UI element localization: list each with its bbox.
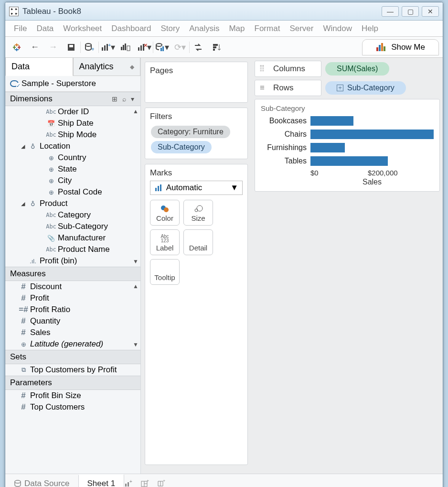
svg-rect-3 [15, 49, 19, 50]
duplicate-worksheet-button[interactable] [118, 40, 133, 55]
sort-asc-button[interactable] [209, 40, 224, 55]
field-discount[interactable]: #Discount [5, 281, 140, 292]
marks-tooltip-label: Tooltip [154, 273, 175, 281]
rows-shelf[interactable]: ≡ Rows [255, 80, 321, 96]
field-category[interactable]: AbcCategory [5, 209, 140, 221]
marks-color-button[interactable]: Color [150, 200, 180, 226]
field-manufacturer[interactable]: 📎Manufacturer [5, 232, 140, 244]
svg-point-38 [164, 207, 169, 212]
back-button[interactable]: ← [27, 40, 43, 55]
new-datasource-button[interactable]: + [82, 40, 97, 55]
field-quantity[interactable]: #Quantity [5, 315, 140, 327]
svg-text:+: + [163, 480, 165, 483]
rows-pill-subcategory[interactable]: + Sub-Category [325, 81, 406, 95]
columns-shelf[interactable]: ⦙⦙⦙ Columns [255, 61, 321, 77]
field-location[interactable]: ◢♁Location [5, 141, 140, 152]
field-latitude-generated-[interactable]: ⊕Latitude (generated) [5, 338, 140, 350]
tab-data[interactable]: Data [5, 58, 73, 76]
rows-label: Rows [273, 83, 294, 93]
refresh-button[interactable]: ⟳▾ [172, 40, 188, 55]
new-worksheet-button[interactable]: +▾ [100, 40, 115, 55]
new-dashboard-icon[interactable]: + [140, 480, 157, 487]
menu-format[interactable]: Format [250, 22, 285, 35]
menu-map[interactable]: Map [224, 22, 249, 35]
marks-tooltip-button[interactable]: Tooltip [150, 259, 180, 285]
field-ship-date[interactable]: 📅Ship Date [5, 118, 140, 129]
bar[interactable] [310, 143, 345, 152]
sheet-tab-1[interactable]: Sheet 1 [79, 474, 125, 487]
save-button[interactable] [64, 40, 79, 55]
show-me-button[interactable]: Show Me [362, 39, 439, 55]
bar[interactable] [310, 130, 434, 139]
field-postal-code[interactable]: ⊕Postal Code [5, 186, 140, 198]
svg-point-24 [156, 43, 162, 46]
auto-update-button[interactable]: ▾ [154, 40, 170, 55]
axis-tick: $0 [310, 169, 368, 177]
scroll-up-icon[interactable]: ▲ [133, 108, 139, 115]
pages-card[interactable]: Pages [145, 62, 248, 103]
datasource-tab[interactable]: Data Source [5, 475, 79, 487]
field-order-id[interactable]: AbcOrder ID [5, 106, 140, 118]
columns-pill-label: SUM(Sales) [337, 65, 378, 73]
field-label: Top Customers [30, 402, 85, 412]
marks-size-button[interactable]: Size [183, 200, 213, 226]
field-state[interactable]: ⊕State [5, 163, 140, 175]
expand-icon: + [337, 85, 343, 91]
parameters-tree: #Profit Bin Size#Top Customers [5, 390, 140, 413]
marks-label-button[interactable]: Abc123 Label [150, 229, 180, 255]
titlebar: Tableau - Book8 — ▢ ✕ [5, 2, 443, 21]
menu-worksheet[interactable]: Worksheet [58, 22, 107, 35]
field-label: Sub-Category [58, 222, 108, 231]
menu-dashboard[interactable]: Dashboard [107, 22, 156, 35]
field-top-customers-by-profit[interactable]: ⧉Top Customers by Profit [5, 364, 140, 376]
field-top-customers[interactable]: #Top Customers [5, 401, 140, 413]
marks-type-select[interactable]: Automatic ▼ [150, 181, 243, 195]
field-country[interactable]: ⊕Country [5, 152, 140, 163]
field-city[interactable]: ⊕City [5, 175, 140, 186]
scroll-down-icon[interactable]: ▼ [133, 258, 139, 265]
datasource-label: Sample - Superstore [21, 79, 96, 88]
bar-icon [154, 184, 164, 192]
swap-button[interactable] [191, 40, 206, 55]
close-button[interactable]: ✕ [422, 6, 439, 17]
field-profit[interactable]: #Profit [5, 292, 140, 304]
menu-window[interactable]: Window [318, 22, 356, 35]
bar[interactable] [310, 156, 388, 166]
menu-analysis[interactable]: Analysis [184, 22, 224, 35]
field-ship-mode[interactable]: AbcShip Mode [5, 129, 140, 141]
minimize-button[interactable]: — [382, 6, 399, 17]
bar-row: Chairs [261, 128, 434, 141]
field-profit-ratio[interactable]: =#Profit Ratio [5, 304, 140, 315]
field-product-name[interactable]: AbcProduct Name [5, 244, 140, 255]
field-label: Sales [30, 328, 51, 337]
scroll-down-icon[interactable]: ▼ [133, 341, 139, 348]
field-sub-category[interactable]: AbcSub-Category [5, 221, 140, 232]
menu-data[interactable]: Data [32, 22, 58, 35]
new-story-icon[interactable]: + [157, 480, 173, 487]
menu-server[interactable]: Server [285, 22, 318, 35]
field-profit-bin-size[interactable]: #Profit Bin Size [5, 390, 140, 401]
dimensions-tools[interactable]: ⊞ ⌕ ▾ [112, 95, 136, 103]
field-profit-bin-[interactable]: .ıl.Profit (bin) [5, 255, 140, 267]
marks-detail-button[interactable]: Detail [183, 229, 213, 255]
svg-rect-28 [213, 46, 216, 48]
datasource-item[interactable]: Sample - Superstore [5, 76, 140, 92]
clear-worksheet-button[interactable]: ×▾ [136, 40, 151, 55]
columns-pill-sum-sales[interactable]: SUM(Sales) [325, 62, 389, 76]
bar[interactable] [310, 116, 353, 126]
filter-pill-category-furniture[interactable]: Category: Furniture [151, 126, 230, 138]
filter-pill-sub-category[interactable]: Sub-Category [151, 141, 212, 153]
field-product[interactable]: ◢♁Product [5, 198, 140, 209]
menu-file[interactable]: File [9, 22, 32, 35]
field-sales[interactable]: #Sales [5, 327, 140, 338]
forward-button[interactable]: → [45, 40, 61, 55]
maximize-button[interactable]: ▢ [402, 6, 419, 17]
menu-story[interactable]: Story [156, 22, 184, 35]
tab-analytics[interactable]: Analytics◆ [73, 58, 141, 76]
new-worksheet-icon[interactable]: + [124, 480, 140, 487]
filters-card[interactable]: Filters Category: FurnitureSub-Category [145, 108, 248, 159]
menu-help[interactable]: Help [357, 22, 383, 35]
svg-rect-12 [102, 47, 103, 51]
tableau-logo-icon[interactable] [9, 40, 24, 55]
scroll-up-icon[interactable]: ▲ [133, 283, 139, 290]
